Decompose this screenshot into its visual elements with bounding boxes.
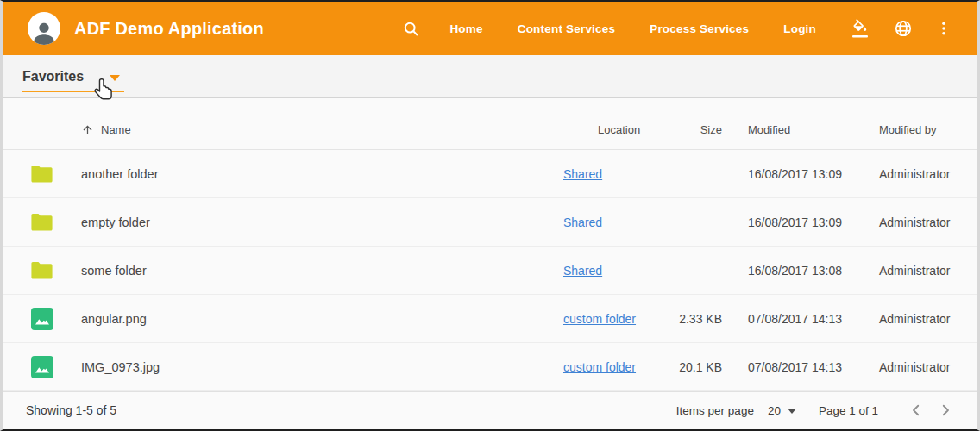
file-name[interactable]: angular.png xyxy=(64,312,546,326)
modified-date: 16/08/2017 13:08 xyxy=(722,264,864,278)
modified-date: 16/08/2017 13:09 xyxy=(722,216,864,229)
column-header-name[interactable]: Name xyxy=(64,123,546,136)
table-body: another folderShared16/08/2017 13:09Admi… xyxy=(3,150,977,391)
location-link[interactable]: custom folder xyxy=(563,360,636,374)
folder-icon xyxy=(31,261,53,279)
table-row[interactable]: angular.pngcustom folder2.33 KB07/08/201… xyxy=(3,295,977,343)
pagination-controls: Items per page 20 Page 1 of 1 xyxy=(676,398,958,422)
modified-date: 07/08/2017 14:13 xyxy=(722,312,864,326)
header-right: Home Content Services Process Services L… xyxy=(402,18,954,39)
file-size: 2.33 KB xyxy=(662,312,722,326)
location-link[interactable]: Shared xyxy=(563,167,602,181)
sort-ascending-icon xyxy=(81,123,94,136)
person-icon xyxy=(29,18,59,45)
modified-by: Administrator xyxy=(864,264,977,278)
avatar[interactable] xyxy=(28,12,60,45)
color-fill-icon[interactable] xyxy=(851,18,871,39)
location-cell: custom folder xyxy=(546,312,662,326)
items-per-page-label: Items per page xyxy=(676,404,754,417)
folder-icon xyxy=(31,165,53,183)
search-icon[interactable] xyxy=(402,20,420,38)
chevron-right-icon xyxy=(938,403,953,418)
column-header-location[interactable]: Location xyxy=(546,123,662,136)
modified-date: 16/08/2017 13:09 xyxy=(722,167,864,181)
range-label: Showing 1-5 of 5 xyxy=(26,403,116,417)
more-vert-icon[interactable] xyxy=(935,19,952,38)
nav-login[interactable]: Login xyxy=(783,22,816,35)
page-label: Page 1 of 1 xyxy=(819,404,878,417)
modified-by: Administrator xyxy=(864,360,977,374)
pagination-footer: Showing 1-5 of 5 Items per page 20 Page … xyxy=(3,391,977,428)
file-type-icon-cell xyxy=(21,165,64,183)
image-file-icon xyxy=(31,308,53,330)
file-type-icon-cell xyxy=(21,261,64,279)
app-window: ADF Demo Application Home Content Servic… xyxy=(0,0,980,431)
table-row[interactable]: empty folderShared16/08/2017 13:09Admini… xyxy=(3,198,977,247)
chevron-left-icon xyxy=(908,403,924,418)
table-header-row: Name Location Size Modified Modified by xyxy=(3,110,977,150)
image-file-icon xyxy=(31,356,53,378)
favorites-label: Favorites xyxy=(22,69,84,84)
file-type-icon-cell xyxy=(21,356,64,378)
modified-by: Administrator xyxy=(864,312,977,326)
modified-date: 07/08/2017 14:13 xyxy=(722,360,864,374)
file-size: 20.1 KB xyxy=(662,360,722,374)
folder-icon xyxy=(31,213,53,231)
column-header-modified[interactable]: Modified xyxy=(722,123,864,136)
modified-by: Administrator xyxy=(864,216,977,229)
app-header: ADF Demo Application Home Content Servic… xyxy=(3,2,977,55)
file-name[interactable]: another folder xyxy=(64,167,546,181)
items-per-page-value: 20 xyxy=(768,404,781,417)
favorites-dropdown[interactable]: Favorites xyxy=(22,69,124,92)
location-cell: Shared xyxy=(546,167,662,181)
nav-process-services[interactable]: Process Services xyxy=(650,22,749,35)
table-row[interactable]: some folderShared16/08/2017 13:08Adminis… xyxy=(3,247,977,295)
location-link[interactable]: Shared xyxy=(563,264,602,278)
location-cell: Shared xyxy=(546,216,662,229)
chevron-down-icon xyxy=(788,409,796,414)
table-row[interactable]: another folderShared16/08/2017 13:09Admi… xyxy=(3,150,977,198)
previous-page-button[interactable] xyxy=(904,398,928,422)
file-name[interactable]: IMG_0973.jpg xyxy=(64,360,546,374)
location-link[interactable]: custom folder xyxy=(563,312,636,326)
file-name[interactable]: some folder xyxy=(64,264,546,278)
location-cell: custom folder xyxy=(546,360,662,374)
location-cell: Shared xyxy=(546,264,662,278)
file-type-icon-cell xyxy=(21,308,64,330)
nav-home[interactable]: Home xyxy=(449,22,482,35)
column-header-size[interactable]: Size xyxy=(662,123,722,136)
file-name[interactable]: empty folder xyxy=(64,216,546,229)
table-row[interactable]: IMG_0973.jpgcustom folder20.1 KB07/08/20… xyxy=(3,343,977,391)
next-page-button[interactable] xyxy=(933,398,958,422)
location-link[interactable]: Shared xyxy=(563,216,602,229)
items-per-page-select[interactable]: 20 xyxy=(768,404,796,417)
nav-content-services[interactable]: Content Services xyxy=(518,22,616,35)
document-list: Name Location Size Modified Modified by … xyxy=(3,98,977,391)
modified-by: Administrator xyxy=(864,167,977,181)
globe-icon[interactable] xyxy=(894,19,913,38)
toolbar: Favorites xyxy=(3,55,977,98)
chevron-down-icon xyxy=(110,75,120,81)
app-title: ADF Demo Application xyxy=(74,19,264,39)
file-type-icon-cell xyxy=(21,213,64,231)
column-header-modified-by[interactable]: Modified by xyxy=(864,123,977,136)
